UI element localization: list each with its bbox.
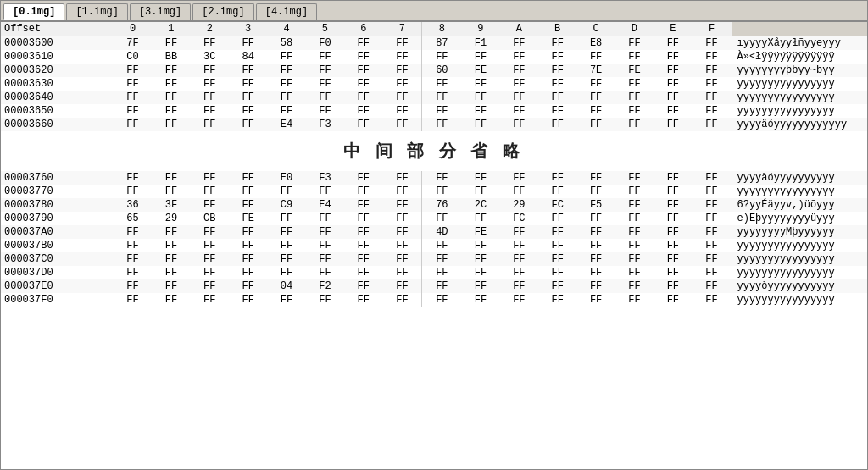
- hex-byte: FF: [538, 64, 576, 77]
- hex-byte: FF: [383, 171, 422, 185]
- hex-byte: FF: [306, 266, 344, 279]
- tab-2img[interactable]: [2.img]: [192, 3, 253, 20]
- hex-byte: FF: [615, 91, 654, 104]
- col-header-5: 5: [306, 22, 344, 36]
- hex-byte: FF: [229, 279, 267, 293]
- hex-byte: FF: [654, 77, 692, 91]
- hex-byte: 29: [152, 212, 190, 225]
- hex-byte: FF: [344, 293, 382, 307]
- hex-byte: FF: [654, 185, 692, 198]
- hex-byte: FF: [191, 198, 229, 212]
- hex-offset: 00003610: [1, 50, 114, 64]
- table-row: 000037E0FFFFFFFF04F2FFFFFFFFFFFFFFFFFFFF…: [1, 279, 867, 293]
- ascii-display: e)Ëþyyyyyyyyüyyy: [732, 212, 867, 225]
- hex-byte: E8: [576, 36, 615, 51]
- column-headers: Offset 0 1 2 3 4 5 6 7 8 9 A B C D E F: [1, 22, 867, 36]
- hex-byte: FF: [693, 198, 732, 212]
- hex-byte: FF: [267, 225, 305, 239]
- hex-byte: FF: [615, 118, 654, 131]
- hex-byte: FF: [267, 293, 305, 307]
- table-row: 00003650FFFFFFFFFFFFFFFFFFFFFFFFFFFFFFFF…: [1, 104, 867, 118]
- hex-byte: FF: [615, 104, 654, 118]
- hex-byte: FF: [500, 185, 538, 198]
- hex-byte: FF: [576, 293, 615, 307]
- table-row: 000037F0FFFFFFFFFFFFFFFFFFFFFFFFFFFFFFFF…: [1, 293, 867, 307]
- hex-offset: 00003770: [1, 185, 114, 198]
- hex-byte: FF: [500, 118, 538, 131]
- hex-byte: FF: [615, 252, 654, 266]
- hex-byte: FF: [500, 293, 538, 307]
- hex-byte: F2: [306, 279, 344, 293]
- hex-byte: FF: [114, 252, 152, 266]
- hex-byte: F0: [306, 36, 344, 51]
- hex-byte: FF: [693, 212, 732, 225]
- hex-byte: FF: [500, 104, 538, 118]
- hex-byte: FF: [576, 252, 615, 266]
- hex-byte: FC: [500, 212, 538, 225]
- hex-rows: 000036007FFFFFFF58F0FFFF87F1FFFFE8FFFFFF…: [1, 36, 867, 307]
- hex-byte: FF: [114, 185, 152, 198]
- ascii-display: yyyyyyyyyyyyyyyy: [732, 91, 867, 104]
- hex-byte: FF: [191, 91, 229, 104]
- hex-byte: FF: [267, 50, 305, 64]
- hex-byte: FF: [500, 252, 538, 266]
- hex-byte: C9: [267, 198, 305, 212]
- hex-view: Offset 0 1 2 3 4 5 6 7 8 9 A B C D E F: [1, 22, 867, 307]
- hex-byte: FF: [267, 239, 305, 252]
- hex-byte: FF: [693, 225, 732, 239]
- hex-byte: 7E: [576, 64, 615, 77]
- hex-byte: 4D: [422, 225, 461, 239]
- tab-4img[interactable]: [4.img]: [256, 3, 317, 20]
- hex-byte: FF: [229, 104, 267, 118]
- hex-byte: FF: [654, 104, 692, 118]
- hex-byte: FF: [500, 36, 538, 51]
- hex-byte: FF: [461, 266, 499, 279]
- hex-byte: FF: [461, 118, 499, 131]
- hex-byte: FF: [538, 91, 576, 104]
- hex-byte: FF: [152, 185, 190, 198]
- tab-1img[interactable]: [1.img]: [66, 3, 127, 20]
- hex-byte: FF: [500, 225, 538, 239]
- hex-byte: FF: [576, 239, 615, 252]
- col-header-D: D: [615, 22, 654, 36]
- hex-byte: FF: [267, 212, 305, 225]
- hex-byte: FF: [191, 225, 229, 239]
- hex-byte: FF: [422, 266, 461, 279]
- hex-byte: FF: [461, 104, 499, 118]
- hex-byte: FF: [152, 171, 190, 185]
- hex-byte: FF: [267, 64, 305, 77]
- hex-byte: FF: [191, 293, 229, 307]
- ascii-display: yyyyòyyyyyyyyyyy: [732, 279, 867, 293]
- tab-0img[interactable]: [0.img]: [3, 3, 64, 20]
- hex-byte: FF: [344, 104, 382, 118]
- hex-byte: FF: [267, 91, 305, 104]
- hex-byte: FF: [267, 252, 305, 266]
- hex-byte: FF: [229, 239, 267, 252]
- hex-byte: FF: [267, 77, 305, 91]
- hex-offset: 00003780: [1, 198, 114, 212]
- hex-byte: E4: [267, 118, 305, 131]
- hex-byte: FF: [538, 212, 576, 225]
- hex-byte: FF: [615, 36, 654, 51]
- hex-byte: FF: [615, 185, 654, 198]
- hex-byte: FF: [693, 239, 732, 252]
- hex-byte: FF: [693, 104, 732, 118]
- hex-byte: FF: [461, 50, 499, 64]
- hex-byte: FF: [191, 77, 229, 91]
- hex-byte: FF: [693, 64, 732, 77]
- tab-3img[interactable]: [3.img]: [130, 3, 191, 20]
- col-header-6: 6: [344, 22, 382, 36]
- hex-byte: FF: [576, 185, 615, 198]
- hex-byte: FF: [383, 239, 422, 252]
- hex-byte: FF: [152, 266, 190, 279]
- hex-byte: FF: [152, 118, 190, 131]
- hex-byte: FF: [306, 293, 344, 307]
- hex-byte: FF: [344, 198, 382, 212]
- hex-byte: 7F: [114, 36, 152, 51]
- hex-byte: FF: [191, 185, 229, 198]
- hex-byte: FF: [576, 171, 615, 185]
- ascii-display: ıyyyyXåyyłñyyeyyy: [732, 36, 867, 51]
- hex-byte: FF: [422, 104, 461, 118]
- hex-byte: FF: [229, 91, 267, 104]
- hex-byte: FC: [538, 198, 576, 212]
